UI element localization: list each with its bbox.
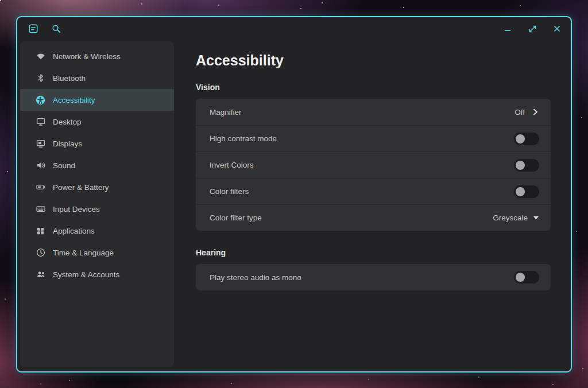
high-contrast-row: High contrast mode [196, 125, 551, 152]
sidebar-item-desktop[interactable]: Desktop [20, 111, 174, 133]
magnifier-value: Off [514, 108, 525, 117]
sidebar-item-label: Power & Battery [53, 183, 109, 192]
page-title: Accessibility [196, 52, 551, 69]
sidebar-item-accessibility[interactable]: Accessibility [20, 89, 174, 111]
close-button[interactable] [552, 24, 562, 33]
color-filter-type-row: Color filter type Greyscale [196, 204, 551, 231]
sidebar-item-displays[interactable]: Displays [20, 133, 174, 154]
color-filters-row: Color filters [196, 178, 551, 204]
setting-label: Magnifier [210, 108, 242, 117]
hearing-settings-group: Play stereo audio as mono [196, 264, 551, 290]
sidebar-item-sound[interactable]: Sound [20, 154, 174, 176]
search-icon[interactable] [52, 24, 61, 33]
app-icon[interactable] [29, 24, 38, 33]
setting-label: Color filter type [210, 214, 262, 222]
settings-window: Network & Wireless Bluetooth Accessibili… [16, 16, 572, 373]
mono-audio-toggle[interactable] [514, 271, 539, 284]
color-filter-type-dropdown[interactable]: Greyscale [493, 214, 539, 222]
sidebar-item-label: Displays [53, 139, 82, 148]
setting-label: Play stereo audio as mono [210, 273, 301, 282]
wifi-icon [36, 52, 45, 61]
setting-label: Invert Colors [210, 161, 254, 169]
section-heading-hearing: Hearing [196, 248, 551, 257]
chevron-right-icon [531, 108, 539, 116]
clock-icon [36, 248, 45, 258]
sidebar-item-power-battery[interactable]: Power & Battery [20, 176, 174, 198]
caret-down-icon [533, 216, 539, 220]
toggle-knob [516, 161, 525, 170]
sidebar-item-label: Input Devices [53, 205, 100, 214]
maximize-button[interactable] [528, 24, 537, 33]
displays-icon [36, 139, 45, 149]
users-icon [36, 270, 45, 280]
apps-grid-icon [36, 226, 45, 236]
bluetooth-icon [36, 73, 45, 83]
settings-content: Accessibility Vision Magnifier Off High … [174, 41, 571, 367]
toggle-knob [516, 273, 525, 282]
maximize-icon [529, 25, 536, 33]
section-heading-vision: Vision [196, 83, 551, 92]
color-filters-toggle[interactable] [514, 185, 539, 198]
invert-colors-toggle[interactable] [514, 159, 539, 172]
sidebar-item-bluetooth[interactable]: Bluetooth [20, 67, 174, 89]
sidebar-item-label: Desktop [53, 118, 82, 126]
high-contrast-toggle[interactable] [514, 133, 539, 145]
sidebar-item-label: System & Accounts [53, 270, 119, 279]
dropdown-value: Greyscale [493, 214, 528, 222]
sidebar-item-applications[interactable]: Applications [20, 220, 174, 242]
mono-audio-row: Play stereo audio as mono [196, 264, 551, 290]
sidebar-item-label: Network & Wireless [53, 52, 121, 61]
battery-icon [36, 183, 45, 192]
sidebar-item-network-wireless[interactable]: Network & Wireless [20, 45, 174, 67]
close-icon [554, 25, 560, 32]
sidebar-item-label: Applications [53, 227, 95, 235]
sidebar-item-time-language[interactable]: Time & Language [20, 242, 174, 263]
sidebar-item-label: Bluetooth [53, 74, 86, 83]
toggle-knob [516, 187, 525, 196]
keyboard-icon [36, 204, 45, 214]
sidebar-item-input-devices[interactable]: Input Devices [20, 198, 174, 220]
accessibility-icon [36, 95, 45, 105]
desktop-icon [36, 117, 45, 127]
setting-label: High contrast mode [210, 134, 277, 143]
toggle-knob [516, 134, 525, 143]
speaker-icon [36, 161, 45, 170]
sidebar-item-label: Time & Language [53, 249, 114, 257]
sidebar-item-label: Sound [53, 161, 75, 170]
invert-colors-row: Invert Colors [196, 152, 551, 178]
setting-label: Color filters [210, 187, 249, 196]
sidebar-item-system-accounts[interactable]: System & Accounts [20, 263, 174, 285]
magnifier-row[interactable]: Magnifier Off [196, 99, 551, 125]
settings-sidebar: Network & Wireless Bluetooth Accessibili… [20, 41, 174, 367]
minimize-button[interactable] [503, 24, 512, 33]
vision-settings-group: Magnifier Off High contrast mode [196, 99, 551, 231]
titlebar [17, 17, 571, 40]
sidebar-item-label: Accessibility [53, 96, 95, 104]
minimize-icon [504, 25, 511, 32]
